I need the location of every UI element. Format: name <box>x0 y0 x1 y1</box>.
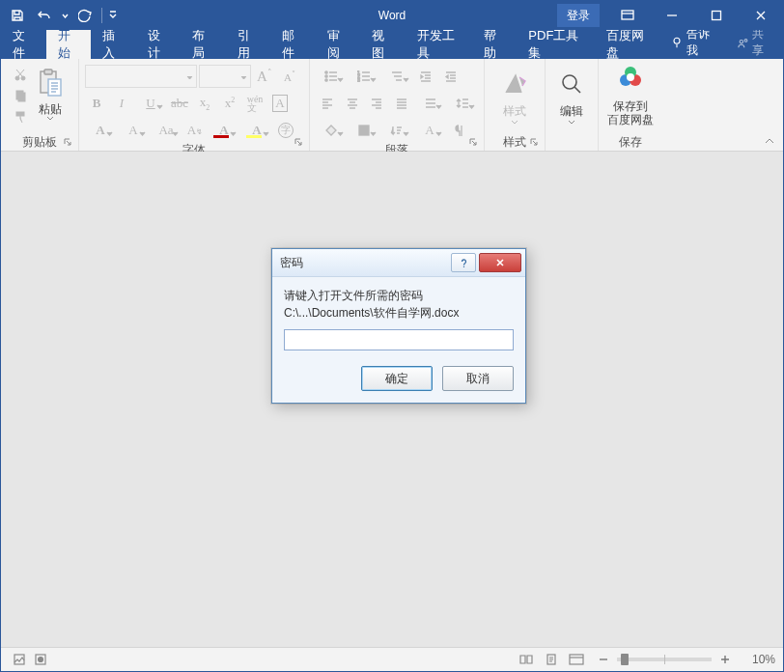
text-highlight-color-button[interactable]: A <box>241 119 272 142</box>
page-info-icon[interactable] <box>9 649 30 670</box>
increase-indent-button[interactable] <box>439 65 462 88</box>
dialog-help-button[interactable] <box>451 253 476 272</box>
char-border-button[interactable]: A <box>268 92 292 115</box>
subscript-button[interactable]: x2 <box>193 92 216 115</box>
tab-pdftools[interactable]: PDF工具集 <box>517 30 594 59</box>
grow-font-button[interactable]: A˄ <box>253 65 276 88</box>
share-button[interactable]: 共享 <box>726 26 784 59</box>
tab-devtools[interactable]: 开发工具 <box>406 30 472 59</box>
font-name-combo[interactable] <box>85 65 197 88</box>
sort-button[interactable] <box>381 119 412 142</box>
ok-button[interactable]: 确定 <box>361 366 433 391</box>
tab-insert[interactable]: 插入 <box>91 30 136 59</box>
tab-design[interactable]: 设计 <box>136 30 182 59</box>
styles-label: 样式 <box>503 103 526 120</box>
svg-rect-11 <box>44 70 52 74</box>
save-icon[interactable] <box>5 4 30 27</box>
copy-button[interactable] <box>11 86 30 105</box>
highlight-button[interactable]: A <box>118 119 149 142</box>
zoom-thumb[interactable] <box>621 654 629 665</box>
editing-button[interactable]: 编辑 <box>551 63 592 125</box>
macro-rec-icon[interactable] <box>30 649 51 670</box>
tab-home[interactable]: 开始 <box>46 30 92 59</box>
font-launcher[interactable] <box>294 136 305 148</box>
align-center-button[interactable] <box>341 92 364 115</box>
zoom-percent[interactable]: 10% <box>739 653 775 666</box>
multilevel-list-button[interactable] <box>381 65 412 88</box>
distributed-button[interactable] <box>415 92 446 115</box>
text-effects-button[interactable]: A <box>85 119 116 142</box>
undo-more-icon[interactable] <box>59 4 70 27</box>
zoom-out-button[interactable] <box>596 652 611 667</box>
ribbon-tabs: 文件 开始 插入 设计 布局 引用 邮件 审阅 视图 开发工具 帮助 PDF工具… <box>1 30 783 59</box>
paste-button[interactable]: 粘贴 <box>30 63 70 121</box>
zoom-in-button[interactable] <box>717 652 733 667</box>
numbering-button[interactable]: 123 <box>349 65 379 88</box>
cut-button[interactable] <box>11 65 30 84</box>
read-mode-button[interactable] <box>515 650 538 669</box>
svg-rect-9 <box>16 112 24 116</box>
tell-me[interactable]: 告诉我 <box>661 26 726 59</box>
clipboard-launcher[interactable] <box>63 136 74 148</box>
titlebar-controls: 登录 <box>557 1 783 30</box>
phonetic-guide-button[interactable]: wén文 <box>243 92 266 115</box>
close-button[interactable] <box>739 1 783 30</box>
clear-format-button[interactable]: A↯ <box>183 119 207 142</box>
svg-text:3: 3 <box>357 77 360 82</box>
tab-view[interactable]: 视图 <box>360 30 406 59</box>
tab-references[interactable]: 引用 <box>226 30 271 59</box>
shading-button[interactable] <box>316 119 347 142</box>
decrease-indent-button[interactable] <box>414 65 437 88</box>
tab-mailings[interactable]: 邮件 <box>270 30 316 59</box>
login-button[interactable]: 登录 <box>557 4 600 27</box>
svg-point-20 <box>563 75 576 89</box>
qat-customize-icon[interactable] <box>106 4 120 27</box>
dialog-close-button[interactable] <box>479 253 521 272</box>
group-paragraph: 123 <box>310 59 485 151</box>
dialog-titlebar[interactable]: 密码 <box>272 249 525 277</box>
statusbar: 10% <box>1 647 783 671</box>
format-painter-button[interactable] <box>11 107 30 126</box>
superscript-button[interactable]: x2 <box>218 92 241 115</box>
change-case-button[interactable]: Aa <box>151 119 182 142</box>
web-layout-button[interactable] <box>565 650 588 669</box>
password-dialog: 密码 请键入打开文件所需的密码 C:\...\Documents\软件自学网.d… <box>271 248 526 404</box>
zoom-slider[interactable] <box>617 658 712 661</box>
collapse-ribbon-button[interactable] <box>756 59 783 151</box>
font-color-button[interactable]: A <box>209 119 239 142</box>
shrink-font-button[interactable]: A˅ <box>278 65 301 88</box>
password-input[interactable] <box>284 329 514 350</box>
redo-button[interactable] <box>72 4 98 27</box>
svg-rect-30 <box>570 655 583 664</box>
tab-file[interactable]: 文件 <box>1 30 46 59</box>
align-right-button[interactable] <box>365 92 388 115</box>
undo-button[interactable] <box>32 4 57 27</box>
font-size-combo[interactable] <box>199 65 251 88</box>
justify-button[interactable] <box>390 92 413 115</box>
styles-button[interactable]: 样式 <box>490 63 539 125</box>
minimize-button[interactable] <box>650 1 694 30</box>
align-left-button[interactable] <box>316 92 339 115</box>
maximize-button[interactable] <box>694 1 739 30</box>
show-marks-button[interactable] <box>447 119 470 142</box>
underline-button[interactable]: U <box>135 92 166 115</box>
tab-baidu[interactable]: 百度网盘 <box>595 30 661 59</box>
strikethrough-button[interactable]: abc <box>168 92 191 115</box>
tab-review[interactable]: 审阅 <box>316 30 361 59</box>
ribbon-display-options-button[interactable] <box>605 1 650 30</box>
bold-button[interactable]: B <box>85 92 108 115</box>
paragraph-launcher[interactable] <box>468 136 480 148</box>
line-spacing-button[interactable] <box>447 92 478 115</box>
cancel-button[interactable]: 取消 <box>442 366 514 391</box>
asian-layout-button[interactable]: A <box>414 119 445 142</box>
tab-help[interactable]: 帮助 <box>472 30 518 59</box>
bullets-button[interactable] <box>316 65 347 88</box>
italic-button[interactable]: I <box>110 92 133 115</box>
borders-button[interactable] <box>349 119 379 142</box>
save-cloud-button[interactable]: 保存到 百度网盘 <box>604 63 657 126</box>
print-layout-button[interactable] <box>540 650 563 669</box>
group-label-save: 保存 <box>604 133 657 151</box>
styles-launcher[interactable] <box>529 136 541 148</box>
tab-layout[interactable]: 布局 <box>181 30 226 59</box>
svg-rect-1 <box>713 12 721 20</box>
